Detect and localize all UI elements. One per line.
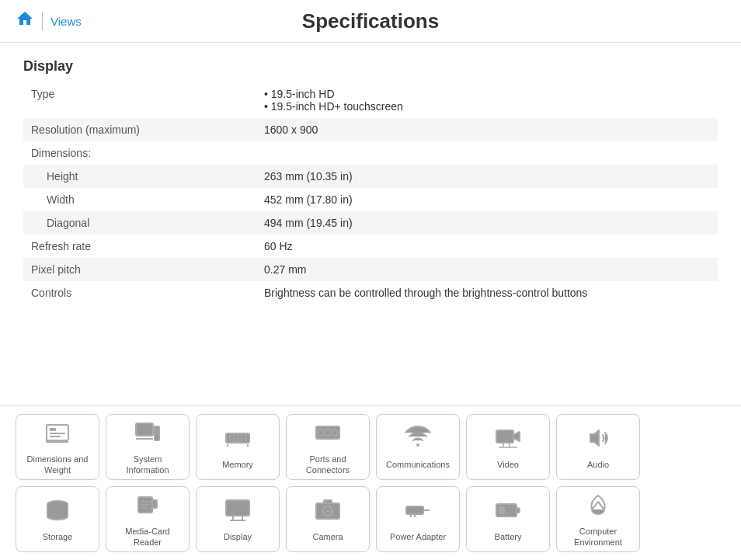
header: Views Specifications	[0, 0, 741, 43]
spec-label: Resolution (maximum)	[23, 118, 256, 141]
spec-value: 60 Hz	[256, 235, 718, 258]
page-title: Specifications	[302, 9, 439, 33]
spec-value: 1600 x 900	[256, 118, 718, 141]
spec-label: Height	[23, 165, 256, 188]
spec-label: Width	[23, 188, 256, 211]
spec-label: Controls	[23, 281, 256, 304]
spec-label: Pixel pitch	[23, 258, 256, 281]
spec-label: Dimensions:	[23, 141, 256, 165]
spec-value	[256, 141, 718, 165]
nav-divider	[42, 12, 43, 30]
bullet-item: 19.5-inch HD+ touchscreen	[264, 100, 710, 113]
home-icon[interactable]	[16, 9, 34, 33]
views-link[interactable]: Views	[50, 15, 82, 28]
spec-value: 452 mm (17.80 in)	[256, 188, 718, 211]
spec-value: Brightness can be controlled through the…	[256, 281, 718, 304]
spec-value: 0.27 mm	[256, 258, 718, 281]
spec-value: 263 mm (10.35 in)	[256, 165, 718, 188]
header-nav: Views	[16, 9, 82, 33]
spec-label: Type	[23, 82, 256, 118]
section-title: Display	[23, 58, 718, 75]
specs-table: Type19.5-inch HD19.5-inch HD+ touchscree…	[23, 82, 718, 304]
spec-label: Refresh rate	[23, 235, 256, 258]
spec-value: 19.5-inch HD19.5-inch HD+ touchscreen	[256, 82, 718, 118]
spec-value: 494 mm (19.45 in)	[256, 211, 718, 235]
spec-label: Diagonal	[23, 211, 256, 235]
bullet-item: 19.5-inch HD	[264, 88, 710, 100]
main-content: Display Type19.5-inch HD19.5-inch HD+ to…	[0, 43, 741, 320]
